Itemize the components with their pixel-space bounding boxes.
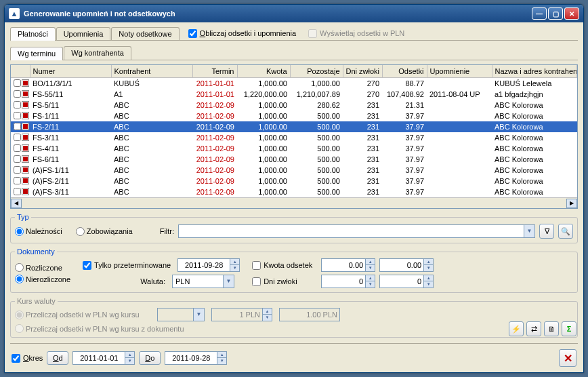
cell-upomnienie [427,143,492,154]
cell-kwota: 1,220,000.00 [237,89,290,100]
cell-odsetki: 37.97 [382,186,427,197]
doc-icon [22,123,29,130]
sum-button[interactable]: Σ [562,321,576,336]
row-checkbox[interactable] [14,155,21,163]
doc-icon [22,177,29,184]
date-do-field[interactable]: 2011-09-28▲▼ [177,258,240,272]
scroll-left-icon[interactable]: ◀ [11,199,22,208]
radio-zobowiazania[interactable]: Zobowiązania [76,227,133,236]
col-kwota[interactable]: Kwota [237,65,290,77]
cell-termin: 2011-02-09 [192,111,237,121]
row-checkbox[interactable] [14,123,21,130]
filter-funnel-button[interactable]: ∇ [539,224,554,239]
waluta-combo[interactable]: PLN▼ [172,275,234,288]
radio-kurs-wg: Przeliczaj odsetki w PLN wg kursu [15,311,150,319]
date-od[interactable]: 2011-01-01▲▼ [72,351,135,365]
table-row[interactable]: BO/11/3/1/1KUBUŚ2011-01-011,000.001,000.… [11,77,577,89]
table-row[interactable]: FS-3/11ABC2011-02-091,000.00500.0023137.… [11,132,577,143]
cell-kwota: 1,000.00 [237,154,290,165]
horizontal-scrollbar[interactable]: ◀ ▶ [11,197,577,208]
chk-dni-zwloki[interactable]: Dni zwłoki [252,277,317,286]
col-upomnienie[interactable]: Upomnienie [427,65,492,77]
cell-numer: (A)FS-2/11 [30,176,111,186]
col-check[interactable] [11,65,30,77]
col-kontrahent[interactable]: Kontrahent [111,65,192,77]
table-row[interactable]: FS-6/11ABC2011-02-091,000.00500.0023137.… [11,154,577,165]
row-checkbox[interactable] [14,177,21,184]
od-button[interactable]: Od [47,351,68,365]
minimize-button[interactable]: — [532,7,547,20]
kwota-to[interactable]: 0.00▲▼ [379,258,434,272]
cell-pozostaje: 500.00 [290,121,343,132]
col-termin[interactable]: Termin [192,65,237,77]
cell-nazwa: KUBUŚ Lelewela [492,77,577,89]
col-nazwa[interactable]: Nazwa i adres kontrahenta [492,65,577,77]
chk-kwota-odsetek[interactable]: Kwota odsetek [252,261,317,270]
dialog-close-button[interactable]: ✕ [559,349,576,367]
do-button[interactable]: Do [139,351,161,365]
chk-okres[interactable]: Okres [12,354,43,363]
cell-numer: FS-3/11 [30,132,111,143]
row-checkbox[interactable] [14,144,21,152]
row-checkbox[interactable] [14,90,21,98]
col-odsetki[interactable]: Odsetki [382,65,427,77]
col-dni[interactable]: Dni zwłoki [343,65,382,77]
tab-platnosci[interactable]: Płatności [10,27,56,41]
table-row[interactable]: FS-2/11ABC2011-02-091,000.00500.0023137.… [11,121,577,132]
row-checkbox[interactable] [14,79,21,87]
transfer-button[interactable]: ⇄ [526,321,541,336]
scroll-right-icon[interactable]: ▶ [566,199,577,208]
table-row[interactable]: (A)FS-3/11ABC2011-02-091,000.00500.00231… [11,186,577,197]
data-grid[interactable]: Numer Kontrahent Termin Kwota Pozostaje … [10,64,578,209]
chevron-down-icon[interactable]: ▼ [524,225,534,237]
filter-combo[interactable]: ▼ [178,224,535,238]
cell-numer: FS-1/11 [30,111,111,121]
row-checkbox[interactable] [14,112,21,119]
dni-from[interactable]: 0▲▼ [321,275,375,288]
row-checkbox[interactable] [14,101,21,108]
cell-termin: 2011-02-09 [192,176,237,186]
radio-nierozliczone[interactable]: Nierozliczone [15,275,70,283]
row-checkbox[interactable] [14,188,21,195]
doc-icon [22,144,29,152]
maximize-button[interactable]: ▢ [548,7,563,20]
tab-noty[interactable]: Noty odsetkowe [111,27,179,40]
row-checkbox[interactable] [14,166,21,174]
table-row[interactable]: (A)FS-2/11ABC2011-02-091,000.00500.00231… [11,176,577,186]
dni-to[interactable]: 0▲▼ [379,275,434,288]
table-row[interactable]: (A)FS-1/11ABC2011-02-091,000.00500.00231… [11,165,577,176]
table-row[interactable]: FS-5/11ABC2011-02-091,000.00280.6223121.… [11,100,577,111]
thunder-button[interactable]: ⚡ [509,321,524,336]
radio-rozliczone[interactable]: Rozliczone [15,263,70,272]
chk-tylko-przeterm[interactable]: Tylko przeterminowane [83,261,171,270]
chevron-down-icon[interactable]: ▼ [223,275,234,287]
col-numer[interactable]: Numer [30,65,111,77]
cell-odsetki: 37.97 [382,154,427,165]
radio-naleznosci[interactable]: Należności [15,227,62,236]
doc-button[interactable]: 🗎 [544,321,559,336]
kwota-from[interactable]: 0.00▲▼ [321,258,375,272]
table-row[interactable]: FS-55/11A12011-01-011,220,000.001,210,00… [11,89,577,100]
table-row[interactable]: FS-4/11ABC2011-02-091,000.00500.0023137.… [11,143,577,154]
cell-kontrahent: ABC [111,143,192,154]
table-row[interactable]: FS-1/11ABC2011-02-091,000.00500.0023137.… [11,111,577,121]
cell-termin: 2011-02-09 [192,121,237,132]
tab-wg-kontrahenta[interactable]: Wg kontrahenta [64,46,131,60]
cell-dni: 231 [343,165,382,176]
cell-upomnienie [427,121,492,132]
chk-obliczaj[interactable]: Obliczaj odsetki i upomnienia [188,29,296,38]
tab-wg-terminu[interactable]: Wg terminu [10,47,63,60]
cell-upomnienie [427,132,492,143]
cell-upomnienie [427,100,492,111]
row-checkbox[interactable] [14,134,21,141]
close-button[interactable]: ✕ [564,7,579,20]
cell-pozostaje: 500.00 [290,132,343,143]
cell-nazwa: ABC Kolorowa [492,100,577,111]
filter-settings-button[interactable]: 🔍 [558,224,573,239]
date-do[interactable]: 2011-09-28▲▼ [165,351,227,365]
col-pozostaje[interactable]: Pozostaje [290,65,343,77]
cell-nazwa: ABC Kolorowa [492,176,577,186]
titlebar[interactable]: ▲ Generowanie upomnień i not odsetkowych… [5,5,583,22]
cell-kwota: 1,000.00 [237,132,290,143]
tab-upomnienia[interactable]: Upomnienia [56,27,111,40]
